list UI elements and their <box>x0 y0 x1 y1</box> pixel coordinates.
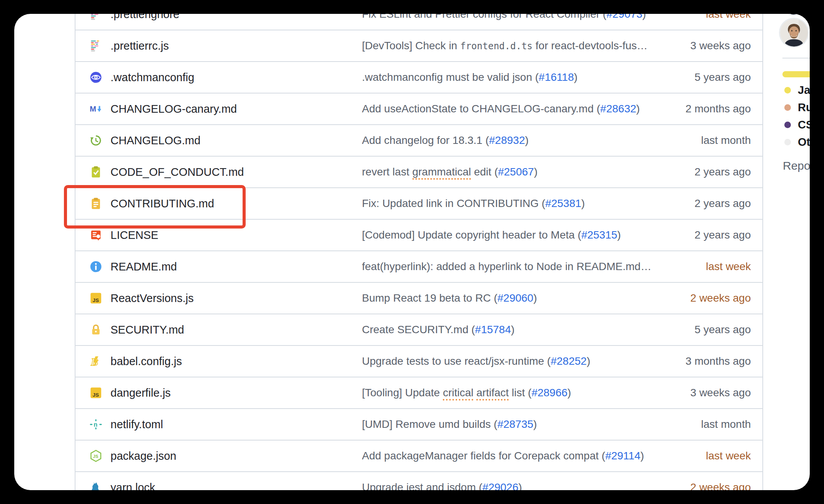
prettier-icon <box>89 14 102 21</box>
commit-time: 3 weeks ago <box>690 40 751 52</box>
user-avatar[interactable] <box>780 19 808 47</box>
file-name-link[interactable]: CODE_OF_CONDUCT.md <box>111 166 244 179</box>
commit-message-link[interactable]: list ( <box>509 387 531 399</box>
commit-message-link[interactable]: ) <box>574 71 577 83</box>
file-name-link[interactable]: CHANGELOG.md <box>111 134 201 147</box>
commit-message-link[interactable]: ) <box>533 292 537 304</box>
commit-message-link[interactable]: ) <box>518 481 522 490</box>
commit-message-link[interactable]: ) <box>581 197 585 209</box>
pr-link[interactable]: #29026 <box>482 481 518 490</box>
commit-message-link[interactable]: ) <box>511 324 514 335</box>
commit-message: Upgrade jest and jsdom (#29026) <box>362 481 522 490</box>
file-row[interactable]: B babel.config.js Upgrade tests to use r… <box>75 346 762 377</box>
file-row[interactable]: JS dangerfile.js [Tooling] Update critic… <box>75 377 762 409</box>
commit-time: last week <box>706 14 751 20</box>
commit-message-link[interactable]: ) <box>534 166 538 178</box>
commit-message-link[interactable]: [Tooling] Update <box>362 387 443 399</box>
commit-message-link[interactable]: Fix: Updated link in CONTRIBUTING ( <box>362 197 545 209</box>
spellcheck-underlined-word[interactable]: grammatical <box>412 166 471 180</box>
commit-message-link[interactable]: Create SECURITY.md ( <box>362 324 475 335</box>
code-span[interactable]: frontend.d.ts <box>460 41 533 52</box>
file-row[interactable]: README.md feat(hyperlink): added a hyper… <box>75 251 762 283</box>
commit-message-link[interactable]: [DevTools] Check in <box>362 40 460 52</box>
file-name-link[interactable]: ReactVersions.js <box>111 292 194 305</box>
commit-message-link[interactable]: .watchmanconfig must be valid json ( <box>362 71 539 83</box>
file-name-link[interactable]: .prettierrc.js <box>111 40 169 52</box>
commit-message-link[interactable]: [Codemod] Update copyright header to Met… <box>362 229 581 241</box>
report-repository-link[interactable]: Report repositor <box>783 159 810 172</box>
file-row[interactable]: n netlify.toml [UMD] Remove umd builds (… <box>75 409 762 441</box>
file-row[interactable]: JS package.json Add packageManager field… <box>75 441 762 472</box>
pr-link[interactable]: #28632 <box>600 103 636 115</box>
commit-message-link[interactable]: ) <box>533 418 537 430</box>
pr-link[interactable]: #29060 <box>497 292 533 304</box>
file-name-link[interactable]: dangerfile.js <box>111 387 171 399</box>
file-row[interactable]: JS ReactVersions.js Bump React 19 beta t… <box>75 283 762 314</box>
commit-message-link[interactable]: [UMD] Remove umd builds ( <box>362 418 497 430</box>
spellcheck-underlined-word[interactable]: artifact <box>476 387 509 401</box>
yarn-cat-icon <box>89 481 102 490</box>
language-label: Ot <box>798 136 810 149</box>
file-row[interactable]: .prettierrc.js [DevTools] Check in front… <box>75 30 762 62</box>
file-name-link[interactable]: package.json <box>111 450 176 462</box>
language-legend-item[interactable]: Ru <box>784 102 810 113</box>
commit-time: 5 years ago <box>695 71 751 83</box>
file-name-link[interactable]: SECURITY.md <box>111 324 184 336</box>
file-table: .prettierignore Fix ESLint and Prettier … <box>75 14 763 490</box>
pr-link[interactable]: #25381 <box>545 197 581 209</box>
javascript-icon: JS <box>89 292 102 305</box>
commit-message-link[interactable]: Upgrade jest and jsdom ( <box>362 481 482 490</box>
commit-message-link[interactable]: ) <box>568 387 571 399</box>
commit-message: Create SECURITY.md (#15784) <box>362 324 514 336</box>
commit-message-link[interactable]: edit ( <box>471 166 498 178</box>
file-row[interactable]: .watchmanconfig .watchmanconfig must be … <box>75 62 762 93</box>
file-row[interactable]: CHANGELOG.md Add changelog for 18.3.1 (#… <box>75 125 762 157</box>
pr-link[interactable]: #15784 <box>475 324 511 335</box>
file-row[interactable]: SECURITY.md Create SECURITY.md (#15784) … <box>75 314 762 346</box>
commit-message-link[interactable]: Add changelog for 18.3.1 ( <box>362 134 489 146</box>
commit-message-link[interactable]: ) <box>525 134 528 146</box>
language-legend-item[interactable]: CS <box>784 119 810 130</box>
pr-link[interactable]: #28966 <box>531 387 567 399</box>
file-name-link[interactable]: .watchmanconfig <box>111 71 194 84</box>
file-name-link[interactable]: CHANGELOG-canary.md <box>111 103 237 115</box>
commit-message-link[interactable]: ) <box>642 14 646 20</box>
commit-message-link[interactable]: for react-devtools-fus… <box>533 40 648 52</box>
language-legend-item[interactable]: Ot <box>784 136 810 148</box>
pr-link[interactable]: #29114 <box>605 450 640 462</box>
file-name-link[interactable]: netlify.toml <box>111 418 163 431</box>
pr-link[interactable]: #25315 <box>581 229 617 241</box>
language-bar[interactable] <box>782 71 810 77</box>
file-name-link[interactable]: babel.config.js <box>111 355 182 368</box>
commit-message-link[interactable]: Upgrade tests to use react/jsx-runtime ( <box>362 355 551 367</box>
spellcheck-underlined-word[interactable]: critical <box>443 387 473 401</box>
commit-message-link[interactable]: feat(hyperlink): added a hyperlink to No… <box>362 260 651 272</box>
language-legend-item[interactable]: Ja <box>784 84 810 96</box>
commit-message-link[interactable]: revert last <box>362 166 412 178</box>
file-name-link[interactable]: yarn.lock <box>111 481 155 491</box>
commit-message-link[interactable]: ) <box>587 355 590 367</box>
file-name-link[interactable]: LICENSE <box>111 229 158 242</box>
file-row[interactable]: M CHANGELOG-canary.md Add useActionState… <box>75 93 762 125</box>
pr-link[interactable]: #28252 <box>551 355 586 367</box>
commit-message-link[interactable]: Bump React 19 beta to RC ( <box>362 292 497 304</box>
commit-message-link[interactable]: Add useActionState to CHANGELOG-canary.m… <box>362 103 600 115</box>
pr-link[interactable]: #25067 <box>498 166 534 178</box>
commit-message-link[interactable]: Fix ESLint and Prettier configs for Reac… <box>362 14 606 20</box>
file-name-link[interactable]: .prettierignore <box>111 14 179 21</box>
pr-link[interactable]: #28932 <box>489 134 525 146</box>
annotation-box <box>64 185 246 229</box>
commit-message-link[interactable]: Add packageManager fields for Corepack c… <box>362 450 605 462</box>
commit-time: 3 months ago <box>685 355 751 367</box>
commit-message-link[interactable]: ) <box>640 450 644 462</box>
file-row[interactable]: CODE_OF_CONDUCT.md revert last grammatic… <box>75 157 762 188</box>
file-row[interactable]: yarn.lock Upgrade jest and jsdom (#29026… <box>75 472 762 490</box>
pr-link[interactable]: #29073 <box>606 14 642 20</box>
pr-link[interactable]: #16118 <box>539 71 574 83</box>
commit-message-link[interactable]: ) <box>636 103 640 115</box>
file-name-link[interactable]: README.md <box>111 260 177 273</box>
clipped-avatar[interactable] <box>785 14 802 16</box>
pr-link[interactable]: #28735 <box>497 418 533 430</box>
file-row[interactable]: .prettierignore Fix ESLint and Prettier … <box>75 14 762 30</box>
commit-message-link[interactable]: ) <box>617 229 621 241</box>
